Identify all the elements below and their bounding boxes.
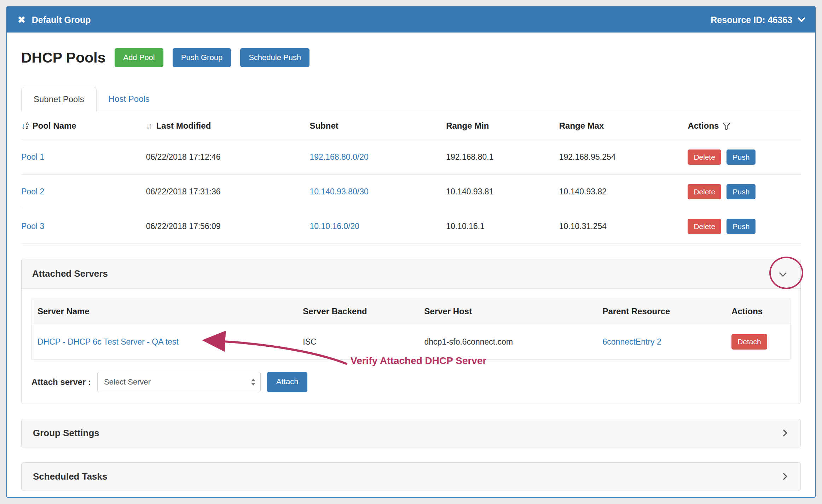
server-row: DHCP - DHCP 6c Test Server - QA test ISC… bbox=[32, 324, 791, 359]
server-host-value: dhcp1-sfo.6connect.com bbox=[418, 324, 597, 359]
pool-link[interactable]: Pool 1 bbox=[21, 152, 44, 162]
col-server-actions: Actions bbox=[726, 299, 790, 324]
delete-button[interactable]: Delete bbox=[688, 219, 721, 234]
pools-table-header-row: ↓ AZ Pool Name ↓↑ Last Modified Subnet bbox=[21, 112, 801, 140]
detach-button[interactable]: Detach bbox=[731, 334, 767, 349]
chevron-right-icon bbox=[780, 429, 787, 436]
col-range-min: Range Min bbox=[446, 121, 489, 130]
last-modified-value: 06/22/2018 17:56:09 bbox=[146, 209, 310, 244]
range-min-value: 10.140.93.81 bbox=[446, 175, 559, 209]
col-subnet: Subnet bbox=[309, 121, 338, 130]
sort-alpha-icon[interactable]: ↓ AZ bbox=[21, 122, 29, 130]
last-modified-value: 06/22/2018 17:31:36 bbox=[146, 175, 310, 209]
subnet-link[interactable]: 192.168.80.0/20 bbox=[309, 152, 368, 162]
attach-button[interactable]: Attach bbox=[267, 372, 307, 392]
group-header-bar: ✖ Default Group Resource ID: 46363 bbox=[7, 7, 815, 33]
col-range-max: Range Max bbox=[559, 121, 604, 130]
attached-servers-header[interactable]: Attached Servers bbox=[22, 259, 800, 289]
collapse-chevron-down-icon[interactable] bbox=[779, 269, 787, 277]
pool-link[interactable]: Pool 3 bbox=[21, 222, 44, 231]
range-max-value: 10.140.93.82 bbox=[559, 175, 688, 209]
servers-table-header-row: Server Name Server Backend Server Host P… bbox=[32, 299, 791, 324]
push-button[interactable]: Push bbox=[727, 219, 756, 234]
server-select[interactable]: Select Server bbox=[97, 372, 261, 392]
page: { "colors": { "header_blue": "#3879b5", … bbox=[0, 0, 822, 504]
attach-server-row: Attach server : Select Server Attach bbox=[31, 372, 791, 392]
push-button[interactable]: Push bbox=[727, 184, 756, 199]
parent-resource-link[interactable]: 6connectEntry 2 bbox=[603, 337, 661, 346]
range-min-value: 192.168.80.1 bbox=[446, 140, 559, 175]
range-max-value: 192.168.95.254 bbox=[559, 140, 688, 175]
table-row: Pool 3 06/22/2018 17:56:09 10.10.16.0/20… bbox=[21, 209, 801, 244]
table-row: Pool 1 06/22/2018 17:12:46 192.168.80.0/… bbox=[21, 140, 801, 175]
scheduled-tasks-panel[interactable]: Scheduled Tasks bbox=[21, 462, 801, 491]
last-modified-value: 06/22/2018 17:12:46 bbox=[146, 140, 310, 175]
server-name-link[interactable]: DHCP - DHCP 6c Test Server - QA test bbox=[37, 337, 179, 346]
range-max-value: 10.10.31.254 bbox=[559, 209, 688, 244]
push-button[interactable]: Push bbox=[727, 150, 756, 165]
sort-updown-icon[interactable]: ↓↑ bbox=[146, 121, 153, 131]
subnet-link[interactable]: 10.140.93.80/30 bbox=[309, 187, 368, 196]
resource-id-toggle[interactable]: Resource ID: 46363 bbox=[711, 15, 804, 25]
group-header-left: ✖ Default Group bbox=[18, 15, 91, 25]
subnet-link[interactable]: 10.10.16.0/20 bbox=[309, 222, 359, 231]
pools-tabs: Subnet Pools Host Pools bbox=[21, 87, 801, 112]
select-arrows-icon bbox=[251, 379, 255, 386]
schedule-push-button[interactable]: Schedule Push bbox=[240, 48, 309, 67]
pools-table: ↓ AZ Pool Name ↓↑ Last Modified Subnet bbox=[21, 112, 801, 244]
table-row: Pool 2 06/22/2018 17:31:36 10.140.93.80/… bbox=[21, 175, 801, 209]
col-last-modified: Last Modified bbox=[156, 121, 211, 131]
col-actions: Actions bbox=[688, 121, 719, 131]
chevron-down-icon bbox=[798, 14, 806, 23]
server-backend-value: ISC bbox=[297, 324, 418, 359]
servers-table: Server Name Server Backend Server Host P… bbox=[31, 299, 791, 359]
default-group-panel: ✖ Default Group Resource ID: 46363 DHCP … bbox=[6, 6, 816, 498]
tab-host-pools[interactable]: Host Pools bbox=[97, 87, 162, 112]
add-pool-button[interactable]: Add Pool bbox=[115, 48, 163, 67]
range-min-value: 10.10.16.1 bbox=[446, 209, 559, 244]
delete-button[interactable]: Delete bbox=[688, 184, 721, 199]
filter-icon[interactable] bbox=[722, 122, 731, 130]
col-server-host: Server Host bbox=[418, 299, 597, 324]
col-server-backend: Server Backend bbox=[297, 299, 418, 324]
page-title: DHCP Pools bbox=[21, 49, 105, 66]
col-parent-resource: Parent Resource bbox=[597, 299, 726, 324]
delete-button[interactable]: Delete bbox=[688, 150, 721, 165]
tab-subnet-pools[interactable]: Subnet Pools bbox=[21, 87, 97, 112]
attached-servers-panel: Attached Servers Server Name Server Back… bbox=[21, 259, 801, 404]
title-row: DHCP Pools Add Pool Push Group Schedule … bbox=[21, 48, 801, 67]
group-settings-title: Group Settings bbox=[33, 428, 99, 439]
attached-servers-title: Attached Servers bbox=[32, 268, 108, 279]
close-icon[interactable]: ✖ bbox=[18, 15, 25, 24]
attached-servers-body: Server Name Server Backend Server Host P… bbox=[22, 289, 800, 403]
chevron-right-icon bbox=[780, 473, 787, 480]
group-title: Default Group bbox=[32, 15, 91, 25]
push-group-button[interactable]: Push Group bbox=[173, 48, 231, 67]
resource-id-label: Resource ID: 46363 bbox=[711, 15, 792, 25]
server-select-value: Select Server bbox=[104, 377, 151, 387]
panel-content: DHCP Pools Add Pool Push Group Schedule … bbox=[7, 48, 815, 504]
col-pool-name: Pool Name bbox=[33, 121, 76, 131]
attach-server-label: Attach server : bbox=[31, 377, 91, 387]
group-settings-panel[interactable]: Group Settings bbox=[21, 419, 801, 447]
scheduled-tasks-title: Scheduled Tasks bbox=[33, 471, 108, 482]
col-server-name: Server Name bbox=[32, 299, 297, 324]
pool-link[interactable]: Pool 2 bbox=[21, 187, 44, 196]
